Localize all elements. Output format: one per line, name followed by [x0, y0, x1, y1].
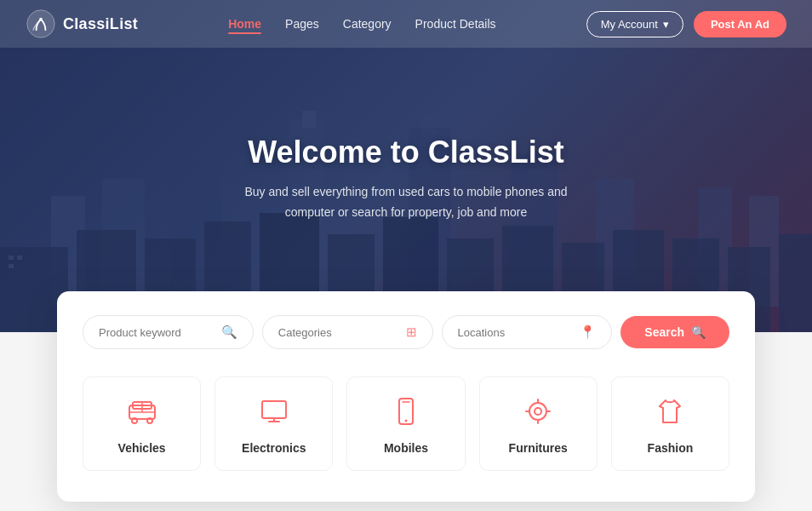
category-item-vehicles[interactable]: Vehicles [83, 376, 201, 471]
search-button[interactable]: Search 🔍 [620, 316, 729, 348]
locations-input[interactable] [458, 326, 574, 339]
search-card: 🔍 ⊞ 📍 Search 🔍 [57, 291, 755, 502]
svg-point-43 [535, 408, 541, 415]
svg-point-29 [39, 18, 43, 21]
category-item-electronics[interactable]: Electronics [214, 376, 333, 471]
nav-actions: My Account ▾ Post An Ad [586, 11, 786, 37]
brand-name: ClassiList [63, 15, 138, 33]
search-icon: 🔍 [221, 324, 237, 340]
svg-point-28 [27, 10, 54, 37]
fashion-icon [655, 396, 685, 431]
mobiles-label: Mobiles [384, 441, 428, 455]
svg-point-42 [529, 403, 546, 420]
hero-title: Welcome to ClassList [248, 135, 563, 170]
fashion-label: Fashion [648, 441, 694, 455]
post-ad-button[interactable]: Post An Ad [694, 11, 786, 37]
my-account-label: My Account [601, 18, 658, 31]
categories-field[interactable]: ⊞ [262, 315, 433, 349]
nav-item-category[interactable]: Category [343, 16, 392, 32]
furnitures-label: Furnitures [509, 441, 568, 455]
category-item-fashion[interactable]: Fashion [611, 376, 729, 471]
nav-item-home[interactable]: Home [228, 16, 261, 32]
category-item-furnitures[interactable]: Furnitures [479, 376, 598, 471]
mobiles-icon [391, 396, 421, 431]
locations-field[interactable]: 📍 [442, 315, 613, 349]
nav-item-product-details[interactable]: Product Details [415, 16, 496, 32]
vehicles-icon [127, 396, 157, 431]
hero-subtitle: Buy and sell everything from used cars t… [219, 182, 593, 223]
chevron-down-icon: ▾ [663, 18, 669, 31]
category-grid: Vehicles Electronics [83, 376, 729, 471]
logo-area: ClassiList [26, 9, 138, 39]
keyword-field[interactable]: 🔍 [83, 315, 254, 349]
hero-section: ClassiList Home Pages Category Product D… [0, 0, 812, 332]
categories-input[interactable] [278, 326, 399, 339]
nav-links: Home Pages Category Product Details [228, 16, 495, 32]
search-button-label: Search [644, 325, 684, 339]
grid-icon: ⊞ [406, 324, 417, 340]
search-button-icon: 🔍 [691, 325, 706, 339]
search-bar: 🔍 ⊞ 📍 Search 🔍 [83, 315, 729, 349]
logo-icon [26, 9, 56, 39]
vehicles-label: Vehicles [118, 441, 166, 455]
electronics-label: Electronics [242, 441, 306, 455]
keyword-input[interactable] [99, 326, 214, 339]
furnitures-icon [523, 396, 553, 431]
svg-rect-36 [262, 401, 286, 418]
svg-point-33 [147, 418, 152, 423]
svg-point-40 [405, 420, 408, 422]
location-icon: 📍 [580, 324, 596, 340]
content-area: 🔍 ⊞ 📍 Search 🔍 [0, 291, 812, 511]
hero-content: Welcome to ClassList Buy and sell everyt… [0, 0, 812, 332]
navbar: ClassiList Home Pages Category Product D… [0, 0, 812, 48]
my-account-button[interactable]: My Account ▾ [586, 11, 683, 37]
svg-point-32 [132, 418, 137, 423]
category-item-mobiles[interactable]: Mobiles [346, 376, 465, 471]
electronics-icon [259, 396, 289, 431]
nav-item-pages[interactable]: Pages [285, 16, 319, 32]
